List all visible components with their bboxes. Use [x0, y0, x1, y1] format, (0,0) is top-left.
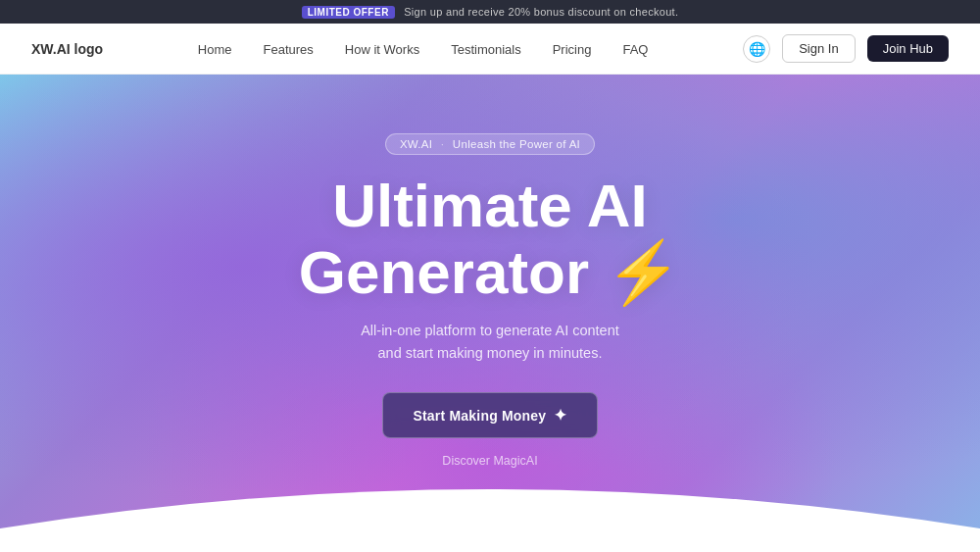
nav-link-testimonials[interactable]: Testimonials: [451, 42, 521, 57]
badge-brand: XW.AI: [400, 138, 432, 150]
badge-separator: ·: [441, 138, 445, 150]
hero-title-line2: Generator ⚡: [299, 238, 682, 306]
hero-content: XW.AI · Unleash the Power of AI Ultimate…: [299, 133, 682, 469]
nav-link-pricing[interactable]: Pricing: [553, 42, 592, 57]
nav-item-how-it-works[interactable]: How it Works: [345, 40, 419, 58]
nav-right: 🌐 Sign In Join Hub: [743, 34, 949, 63]
subtitle-line2: and start making money in minutes.: [378, 345, 603, 361]
nav-item-pricing[interactable]: Pricing: [553, 40, 592, 58]
announcement-text: Sign up and receive 20% bonus discount o…: [404, 6, 678, 18]
sign-in-button[interactable]: Sign In: [782, 34, 855, 63]
nav-item-features[interactable]: Features: [264, 40, 314, 58]
badge-tagline: Unleash the Power of AI: [453, 138, 580, 150]
hero-badge: XW.AI · Unleash the Power of AI: [385, 133, 595, 155]
nav-link-features[interactable]: Features: [264, 42, 314, 57]
hero-subtitle: All-in-one platform to generate AI conte…: [361, 320, 619, 365]
nav-link-how-it-works[interactable]: How it Works: [345, 42, 419, 57]
cta-button[interactable]: Start Making Money ✦: [382, 392, 597, 438]
nav-item-testimonials[interactable]: Testimonials: [451, 40, 521, 58]
nav-logo: XW.AI logo: [31, 41, 103, 57]
hero-title: Ultimate AI Generator ⚡: [299, 173, 682, 306]
language-selector[interactable]: 🌐: [743, 35, 770, 63]
discover-link[interactable]: Discover MagicAI: [442, 454, 537, 468]
nav-link-home[interactable]: Home: [198, 42, 232, 57]
nav-link-faq[interactable]: FAQ: [622, 42, 648, 57]
hero-title-line1: Ultimate AI: [332, 172, 648, 239]
cta-label: Start Making Money: [413, 408, 546, 424]
join-hub-button[interactable]: Join Hub: [867, 35, 949, 62]
nav-item-faq[interactable]: FAQ: [622, 40, 648, 58]
nav-item-home[interactable]: Home: [198, 40, 232, 58]
subtitle-line1: All-in-one platform to generate AI conte…: [361, 323, 619, 338]
cta-arrow-icon: ✦: [554, 406, 566, 425]
announcement-bar: LIMITED OFFER Sign up and receive 20% bo…: [0, 0, 980, 24]
offer-label: LIMITED OFFER: [302, 6, 395, 19]
hero-section: XW.AI · Unleash the Power of AI Ultimate…: [0, 75, 980, 552]
nav-links: Home Features How it Works Testimonials …: [198, 40, 649, 58]
navbar: XW.AI logo Home Features How it Works Te…: [0, 24, 980, 75]
